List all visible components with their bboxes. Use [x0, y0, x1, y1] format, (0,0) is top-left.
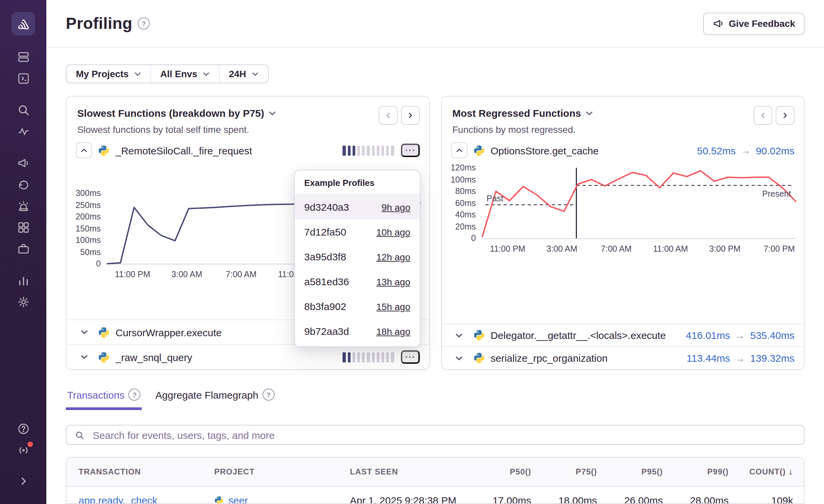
column-header-count[interactable]: COUNT()	[729, 467, 804, 477]
issues-icon[interactable]	[16, 50, 30, 64]
card-header: Most Regressed Functions Functions by mo…	[442, 97, 804, 135]
tab-bar: Transactions Aggregate Flamegraph	[66, 389, 805, 410]
profile-menu-item[interactable]: 3a95d3f8 12h ago	[295, 245, 420, 269]
profile-menu-item[interactable]: 9b72aa3d 18h ago	[295, 319, 420, 344]
python-icon	[214, 496, 224, 504]
after-duration-link[interactable]: 535.40ms	[750, 330, 794, 341]
widget-cards: Slowest Functions (breakdown by P75) Slo…	[66, 96, 805, 370]
search-input[interactable]	[91, 429, 796, 441]
time-range-filter-label: 24H	[229, 68, 246, 79]
project-cell[interactable]: seer	[202, 495, 338, 504]
project-link[interactable]: seer	[228, 495, 248, 504]
profile-menu-item[interactable]: 8b3fa902 15h ago	[295, 294, 420, 319]
replays-icon[interactable]	[16, 178, 30, 191]
card-pager	[378, 106, 419, 125]
regression-delta: 113.44ms 139.32ms	[687, 353, 794, 364]
after-duration-link[interactable]: 90.02ms	[756, 145, 794, 156]
p50-cell: 17.00ms	[465, 495, 531, 504]
profile-id: 7d12fa50	[304, 226, 346, 238]
notification-dot	[27, 442, 33, 447]
function-name[interactable]: _RemoteSiloCall._fire_request	[116, 145, 252, 156]
projects-filter[interactable]: My Projects	[66, 65, 150, 83]
sentry-logo[interactable]	[11, 12, 35, 36]
function-name[interactable]: OptionsStore.get_cache	[491, 145, 599, 156]
collapse-row-button[interactable]	[451, 143, 467, 159]
sidebar-expand-icon[interactable]	[16, 474, 30, 488]
next-page-button[interactable]	[401, 106, 419, 125]
expand-row-button[interactable]	[451, 356, 467, 361]
function-name[interactable]: serialize_rpc_organization	[491, 353, 608, 364]
before-duration-link[interactable]: 416.01ms	[686, 330, 730, 341]
profile-menu-item[interactable]: 7d12fa50 10h ago	[295, 220, 420, 245]
function-name[interactable]: _raw_snql_query	[116, 352, 192, 363]
last-seen-cell: Apr 1, 2025 9:28:38 PM	[338, 495, 465, 504]
profile-age-link[interactable]: 12h ago	[376, 252, 410, 262]
search-icon	[75, 430, 85, 440]
collapse-row-button[interactable]	[76, 143, 92, 159]
settings-icon[interactable]	[16, 295, 30, 309]
row-actions-button[interactable]	[401, 351, 419, 364]
card-title[interactable]: Most Regressed Functions	[452, 108, 581, 119]
table-row: app.ready._check seer Apr 1, 2025 9:28:3…	[66, 487, 804, 504]
chevron-down-icon	[586, 111, 593, 116]
profile-id: 3a95d3f8	[304, 251, 346, 263]
expand-row-button[interactable]	[76, 355, 92, 360]
row-actions-button[interactable]	[401, 144, 419, 157]
function-row-expanded: _RemoteSiloCall._fire_request	[66, 139, 429, 163]
environments-filter[interactable]: All Envs	[150, 65, 219, 83]
help-icon[interactable]	[16, 422, 30, 436]
dropdown-title: Example Profiles	[295, 171, 420, 195]
transaction-link[interactable]: app.ready._check	[79, 495, 157, 504]
flamegraph-help-icon[interactable]	[263, 389, 275, 401]
chevron-down-icon	[251, 71, 258, 76]
tab-transactions[interactable]: Transactions	[66, 389, 142, 410]
column-header-p75[interactable]: P75()	[531, 467, 597, 476]
regression-delta: 50.52ms 90.02ms	[697, 145, 794, 156]
card-title[interactable]: Slowest Functions (breakdown by P75)	[77, 108, 264, 119]
python-icon	[473, 330, 485, 341]
explore-icon[interactable]	[16, 72, 30, 85]
profile-menu-item[interactable]: a581ed36 13h ago	[295, 269, 420, 294]
column-header-p99[interactable]: P99()	[663, 467, 729, 476]
transactions-table: TRANSACTION PROJECT LAST SEEN P50() P75(…	[66, 457, 805, 504]
search-icon[interactable]	[16, 103, 30, 117]
chart-annotation: Present	[762, 189, 791, 198]
profiling-help-icon[interactable]	[138, 17, 150, 30]
transactions-help-icon[interactable]	[129, 389, 141, 401]
slowest-functions-card: Slowest Functions (breakdown by P75) Slo…	[66, 96, 429, 370]
profile-age-link[interactable]: 15h ago	[376, 301, 410, 312]
feedback-icon[interactable]	[16, 156, 30, 170]
profile-age-link[interactable]: 18h ago	[376, 326, 410, 337]
next-page-button[interactable]	[776, 106, 794, 125]
alerts-icon[interactable]	[16, 199, 30, 213]
projects-icon[interactable]	[16, 242, 30, 256]
chart-annotation: Past	[487, 194, 503, 203]
transaction-cell[interactable]: app.ready._check	[66, 495, 202, 504]
give-feedback-button[interactable]: Give Feedback	[703, 12, 805, 35]
profile-age-link[interactable]: 13h ago	[376, 276, 410, 287]
profile-age-link[interactable]: 10h ago	[376, 227, 410, 238]
dashboards-icon[interactable]	[16, 221, 30, 234]
prev-page-button[interactable]	[753, 106, 772, 125]
function-name[interactable]: CursorWrapper.execute	[116, 327, 222, 338]
expand-row-button[interactable]	[451, 333, 467, 338]
before-duration-link[interactable]: 50.52ms	[697, 145, 736, 156]
column-header-p95[interactable]: P95()	[597, 467, 663, 476]
profile-menu-item[interactable]: 9d3240a3 9h ago	[295, 195, 420, 220]
expand-row-button[interactable]	[76, 330, 92, 335]
time-range-filter[interactable]: 24H	[219, 65, 268, 83]
before-duration-link[interactable]: 113.44ms	[687, 353, 730, 364]
profile-age-link[interactable]: 9h ago	[381, 202, 410, 213]
traces-icon[interactable]	[16, 125, 30, 138]
collapsed-rows: Delegator.__getattr__.<locals>.execute 4…	[442, 324, 804, 369]
after-duration-link[interactable]: 139.32ms	[750, 353, 794, 364]
tab-aggregate-flamegraph[interactable]: Aggregate Flamegraph	[154, 389, 276, 410]
stats-icon[interactable]	[16, 274, 30, 287]
page-title: Profiling	[66, 14, 132, 33]
column-header-p50[interactable]: P50()	[465, 467, 531, 476]
function-name[interactable]: Delegator.__getattr__.<locals>.execute	[491, 330, 666, 341]
p99-cell: 28.00ms	[663, 495, 729, 504]
prev-page-button[interactable]	[378, 106, 397, 125]
whats-new-icon[interactable]	[16, 444, 30, 457]
profile-sparkline	[343, 146, 394, 156]
